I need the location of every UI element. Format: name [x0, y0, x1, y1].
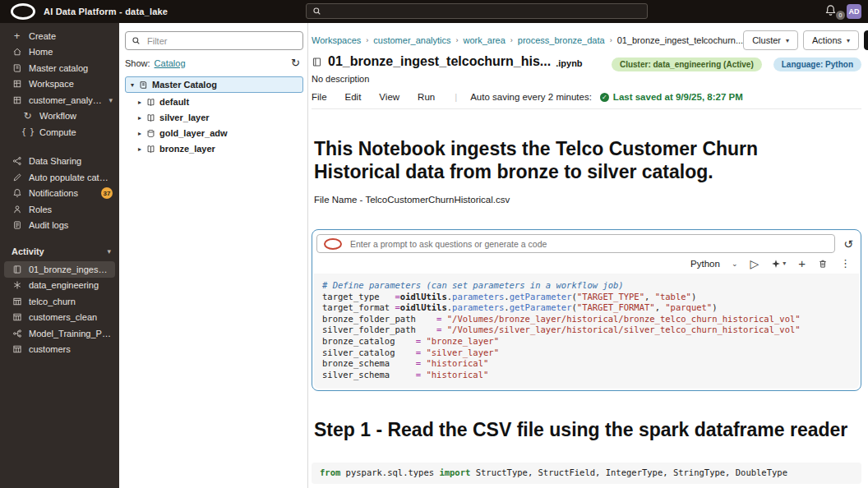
language-badge: Language: Python	[773, 58, 861, 71]
cell-menu-button[interactable]: ⋮	[840, 258, 851, 269]
cluster-button[interactable]: Cluster ▾	[743, 30, 798, 50]
user-avatar[interactable]: AD	[847, 4, 861, 19]
sidebar-item-workspace[interactable]: Workspace	[0, 76, 119, 93]
activity-item-telco-churn[interactable]: telco_churn	[0, 293, 119, 310]
nav-item-label: customers	[29, 344, 113, 354]
table-icon	[12, 344, 22, 355]
activity-item-customers-clean[interactable]: customers_clean	[0, 310, 119, 326]
tree-node-silver_layer[interactable]: ▸silver_layer	[125, 111, 303, 124]
add-cell-button[interactable]: +	[798, 257, 806, 269]
tree-node-master-catalog[interactable]: ▾ Master Catalog	[125, 76, 303, 93]
activity-item-model-training-pipel[interactable]: Model_Training_Pipel...	[0, 325, 119, 342]
menu-divider: |	[455, 92, 457, 102]
breadcrumb-row: Workspaces›customer_analytics›work_area›…	[312, 30, 861, 51]
activity-item-list: 01_bronze_ingest_tel...data_engineeringt…	[0, 261, 119, 357]
nav-item-label: Auto populate catalog	[29, 173, 113, 182]
trash-icon	[818, 259, 828, 269]
tree-root-label: Master Catalog	[152, 80, 217, 90]
notebook-code-cell: ↺ Python ⌄ ▷ ▾ + ⋮	[312, 229, 861, 391]
global-search-input[interactable]	[306, 3, 648, 19]
activity-item-customers[interactable]: customers	[0, 342, 119, 358]
nav-item-label: Workflow	[39, 111, 113, 121]
activity-section-header[interactable]: Activity ▾	[0, 233, 119, 261]
share-icon	[12, 156, 22, 167]
chevron-down-icon: ⌄	[732, 260, 738, 268]
table-icon	[12, 296, 22, 306]
breadcrumb-link[interactable]: work_area	[463, 35, 505, 45]
tree-node-bronze_layer[interactable]: ▸bronze_layer	[125, 142, 303, 155]
notebook-badges: Cluster: data_engineering (Active) Langu…	[612, 58, 861, 71]
app-title: AI Data Platform - data_lake	[44, 7, 168, 16]
tree-node-default[interactable]: ▸default	[125, 95, 303, 108]
sidebar-item-home[interactable]: Home	[0, 44, 119, 61]
sidebar-nav-list: +CreateHomeMaster catalogWorkspacecustom…	[0, 28, 119, 233]
sidebar-item-master-catalog[interactable]: Master catalog	[0, 60, 119, 76]
code-cell-imports[interactable]: from pyspark.sql.types import StructType…	[312, 463, 861, 484]
book-icon	[145, 113, 155, 122]
sidebar-item-workflow[interactable]: ↻Workflow	[0, 108, 119, 125]
sidebar-item-compute[interactable]: { }Compute	[0, 124, 119, 140]
nav-item-label: Roles	[29, 205, 113, 214]
breadcrumb-link[interactable]: Workspaces	[312, 35, 361, 45]
breadcrumb-link[interactable]: process_bronze_data	[518, 35, 605, 45]
tree-children: ▸default▸silver_layer▸gold_layer_adw▸bro…	[125, 95, 303, 155]
sidebar-item-audit-logs[interactable]: Audit logs	[0, 218, 119, 234]
ai-assist-button[interactable]: ▾	[771, 259, 786, 269]
breadcrumb: Workspaces›customer_analytics›work_area›…	[312, 35, 743, 45]
run-all-button[interactable]: Run all	[864, 30, 868, 50]
braces-icon: { }	[22, 127, 33, 137]
activity-item-01-bronze-ingest-tel[interactable]: 01_bronze_ingest_tel...	[4, 261, 115, 278]
filter-input[interactable]	[145, 35, 297, 47]
pipeline-icon	[12, 328, 22, 338]
activity-label: Activity	[12, 246, 44, 256]
history-icon[interactable]: ↺	[841, 238, 856, 250]
sidebar-item-data-sharing[interactable]: Data Sharing	[0, 154, 119, 170]
nav-item-label: Audit logs	[29, 220, 113, 230]
sidebar-item-create[interactable]: +Create	[0, 28, 119, 44]
sidebar-item-auto-populate-catalog[interactable]: Auto populate catalog	[0, 169, 119, 186]
filter-box	[125, 31, 303, 50]
nav-item-label: customers_clean	[29, 312, 113, 322]
workspace-icon	[12, 79, 22, 90]
person-icon	[12, 204, 22, 214]
notifications-bell-icon[interactable]: 0	[824, 4, 839, 19]
menu-edit[interactable]: Edit	[345, 92, 362, 102]
plus-icon: +	[12, 30, 22, 41]
sidebar-item-notifications[interactable]: Notifications37	[0, 186, 119, 202]
notebook-title[interactable]: 01_bronze_ingest_telcochurn_his...	[328, 54, 551, 69]
tree-node-gold_layer_adw[interactable]: ▸gold_layer_adw	[125, 127, 303, 140]
top-bar: AI Data Platform - data_lake 0 AD	[0, 0, 868, 23]
menu-items: FileEditViewRun	[312, 92, 453, 102]
catalog-show-link[interactable]: Catalog	[155, 58, 186, 68]
refresh-icon[interactable]: ↻	[291, 58, 300, 68]
breadcrumb-separator: ›	[455, 36, 458, 44]
nav-item-label: Workspace	[29, 79, 113, 89]
ai-prompt-input[interactable]	[349, 238, 828, 250]
menu-run[interactable]: Run	[418, 92, 435, 102]
nav-item-label: Notifications	[29, 188, 95, 198]
nav-item-label: Model_Training_Pipel...	[29, 329, 113, 338]
nav-item-label: Data Sharing	[29, 156, 113, 166]
cell-language-select[interactable]: Python ⌄	[690, 259, 737, 269]
menu-file[interactable]: File	[312, 92, 327, 102]
chevron-right-icon: ▸	[138, 99, 141, 106]
notebook-actions: Cluster ▾ Actions ▾ Run all	[743, 30, 868, 50]
breadcrumb-link[interactable]: customer_analytics	[373, 35, 450, 45]
code-lines: # Define parameters (can set parameters …	[322, 280, 851, 380]
run-cell-button[interactable]: ▷	[750, 258, 759, 269]
breadcrumb-separator: ›	[366, 36, 368, 44]
tree-node-label: gold_layer_adw	[159, 128, 228, 138]
book-icon	[145, 144, 155, 154]
sidebar-item-roles[interactable]: Roles	[0, 201, 119, 218]
chevron-down-icon: ▾	[131, 81, 134, 89]
delete-cell-button[interactable]	[818, 259, 828, 269]
sparkle-icon	[771, 259, 781, 269]
notebook-title-row: 01_bronze_ingest_telcochurn_his... .ipyn…	[312, 54, 861, 71]
menu-view[interactable]: View	[379, 92, 399, 102]
oracle-ai-icon	[324, 238, 342, 250]
cluster-status-badge: Cluster: data_engineering (Active)	[612, 58, 762, 71]
sidebar-item-customer-analytics[interactable]: customer_analytics▾	[0, 92, 119, 108]
activity-item-data-engineering[interactable]: data_engineering	[0, 278, 119, 294]
actions-button[interactable]: Actions ▾	[803, 30, 859, 50]
code-editor[interactable]: # Define parameters (can set parameters …	[314, 274, 859, 389]
